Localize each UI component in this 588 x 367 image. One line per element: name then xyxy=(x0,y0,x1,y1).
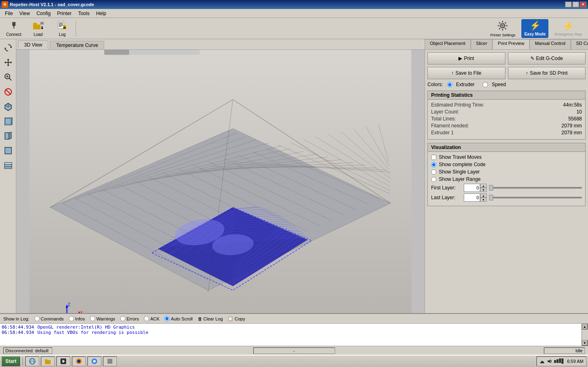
log-clear-button[interactable]: 🗑 Clear Log xyxy=(198,316,223,321)
minimize-button[interactable]: _ xyxy=(565,2,572,7)
log-scroll-up[interactable]: ▲ xyxy=(582,324,588,329)
right-panel-tabs: Object Placement Slicer Print Preview Ma… xyxy=(425,39,588,50)
log-entry-1: 06:58:44.934 Using fast VBOs for renderi… xyxy=(2,330,580,335)
save-to-file-button[interactable]: ↑ Save to File xyxy=(427,67,505,79)
extruder-radio[interactable] xyxy=(447,82,452,87)
menu-config[interactable]: Config xyxy=(33,10,54,17)
log-autoscroll-option[interactable]: Auto Scroll xyxy=(164,316,192,321)
extruder-color-option[interactable]: Extruder xyxy=(447,82,474,87)
first-layer-input[interactable] xyxy=(464,184,480,192)
edit-gcode-button[interactable]: ✎ Edit G-Code xyxy=(508,52,586,65)
3d-canvas[interactable]: Z X Y xyxy=(16,50,425,313)
copy-icon: 📋 xyxy=(228,316,233,321)
show-travel-checkbox[interactable] xyxy=(431,155,436,160)
tab-print-preview[interactable]: Print Preview xyxy=(492,39,530,49)
iso-view-button[interactable] xyxy=(1,100,15,113)
menu-file[interactable]: File xyxy=(2,10,16,17)
system-tray: 6:59 AM xyxy=(537,356,586,366)
svg-line-26 xyxy=(505,22,506,23)
stop-view-button[interactable] xyxy=(1,85,15,99)
colors-row: Colors: Extruder Speed xyxy=(427,82,586,87)
first-layer-down[interactable]: ▼ xyxy=(480,188,487,192)
taskbar-app-firefox[interactable] xyxy=(72,356,86,366)
menu-view[interactable]: View xyxy=(16,10,33,17)
menu-tools[interactable]: Tools xyxy=(75,10,93,17)
log-infos-option[interactable]: Infos xyxy=(69,316,85,321)
last-layer-row: Last Layer: ▲ ▼ xyxy=(431,194,582,202)
tab-object-placement[interactable]: Object Placement xyxy=(425,39,471,49)
log-button[interactable]: Log xyxy=(52,19,72,38)
log-ack-radio[interactable] xyxy=(144,316,149,321)
first-layer-spinner: ▲ ▼ xyxy=(480,184,487,192)
load-button[interactable]: Load xyxy=(26,19,50,38)
menu-printer[interactable]: Printer xyxy=(54,10,75,17)
easy-mode-button[interactable]: ⚡ Easy Mode xyxy=(521,19,548,38)
tab-3d-view[interactable]: 3D View xyxy=(18,40,48,49)
taskbar-app-media[interactable] xyxy=(56,356,70,366)
show-single-layer-option[interactable]: Show Single Layer xyxy=(431,169,582,175)
maximize-button[interactable]: □ xyxy=(572,2,579,7)
speed-color-option[interactable]: Speed xyxy=(483,82,506,87)
log-ack-label: ACK xyxy=(150,316,160,321)
log-scrollbar[interactable]: ▲ ▼ xyxy=(581,324,588,346)
log-infos-radio[interactable] xyxy=(69,316,74,321)
log-commands-option[interactable]: Commands xyxy=(34,316,64,321)
log-commands-radio[interactable] xyxy=(34,316,40,321)
save-for-sd-button[interactable]: ↑ Save for SD Print xyxy=(508,67,586,79)
pan-view-button[interactable] xyxy=(1,56,15,69)
show-range-radio[interactable] xyxy=(431,177,436,182)
status-right: Idle xyxy=(393,347,585,354)
menu-help[interactable]: Help xyxy=(93,10,110,17)
show-layer-range-option[interactable]: Show Layer Range xyxy=(431,176,582,182)
svg-rect-4 xyxy=(13,23,13,24)
last-layer-up[interactable]: ▲ xyxy=(480,194,487,198)
show-complete-code-option[interactable]: Show complete Code xyxy=(431,162,582,167)
save-file-icon: ↑ xyxy=(452,70,454,76)
show-travel-moves-option[interactable]: Show Travel Moves xyxy=(431,154,582,160)
print-button[interactable]: ▶ Print xyxy=(427,52,505,65)
title-bar-controls[interactable]: _ □ ✕ xyxy=(565,2,586,7)
first-layer-up[interactable]: ▲ xyxy=(480,184,487,188)
connect-button[interactable]: Connect xyxy=(3,19,24,38)
log-errors-radio[interactable] xyxy=(120,316,125,321)
emergency-stop-button[interactable]: ⚡ Emergency Stop xyxy=(552,19,585,38)
side-view-button[interactable] xyxy=(1,129,15,143)
svg-line-27 xyxy=(499,28,501,29)
estimated-time-row: Estimated Printing Time: 44m:58s xyxy=(431,102,582,108)
printing-statistics-title: Printing Statistics xyxy=(428,91,585,100)
tab-sd-card[interactable]: SD Card xyxy=(571,39,588,49)
tab-slicer[interactable]: Slicer xyxy=(471,39,493,49)
log-ack-option[interactable]: ACK xyxy=(144,316,160,321)
taskbar-app-unknown[interactable] xyxy=(103,356,117,366)
zoom-view-button[interactable] xyxy=(1,70,15,84)
start-button[interactable]: Start xyxy=(2,356,20,366)
log-warnings-option[interactable]: Warnings xyxy=(90,316,115,321)
print-label: Print xyxy=(464,56,474,61)
last-layer-input[interactable] xyxy=(464,194,480,202)
log-warnings-radio[interactable] xyxy=(90,316,95,321)
taskbar-app-chrome[interactable] xyxy=(87,356,101,366)
log-copy-button[interactable]: 📋 Copy xyxy=(228,316,245,321)
front-view-button[interactable] xyxy=(1,114,15,128)
first-layer-slider[interactable] xyxy=(489,187,582,189)
show-complete-radio[interactable] xyxy=(431,162,436,167)
last-layer-slider[interactable] xyxy=(489,197,582,198)
visualization-title: Visualization xyxy=(428,143,585,152)
svg-marker-32 xyxy=(7,59,9,60)
show-single-radio[interactable] xyxy=(431,169,436,175)
speed-radio[interactable] xyxy=(483,82,488,87)
log-autoscroll-radio[interactable] xyxy=(164,316,170,321)
tab-manual-control[interactable]: Manual Control xyxy=(530,39,571,49)
layer-view-button[interactable] xyxy=(1,158,15,172)
tab-temp-curve[interactable]: Temperature Curve xyxy=(50,41,104,49)
close-button[interactable]: ✕ xyxy=(580,2,586,7)
top-view-button[interactable] xyxy=(1,144,15,158)
taskbar-app-ie[interactable] xyxy=(25,356,39,366)
taskbar-app-folder[interactable] xyxy=(41,356,55,366)
printer-settings-button[interactable]: Printer Settings xyxy=(487,19,519,38)
log-errors-option[interactable]: Errors xyxy=(120,316,139,321)
printer-status: Idle xyxy=(544,347,585,354)
rotate-view-button[interactable] xyxy=(1,41,15,55)
last-layer-down[interactable]: ▼ xyxy=(480,198,487,202)
log-scroll-down[interactable]: ▼ xyxy=(582,340,588,346)
